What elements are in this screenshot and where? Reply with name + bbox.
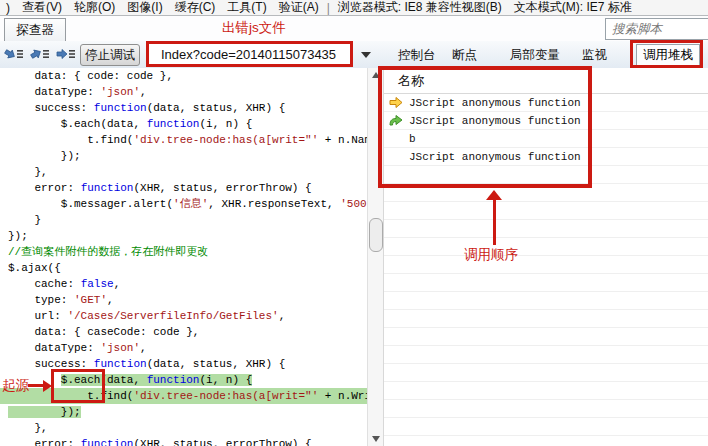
menu-item-1[interactable]: 查看(V) (16, 0, 68, 16)
code-line: type: 'GET', (0, 292, 367, 308)
yellow-arrow-icon (389, 96, 409, 109)
menu-item-2[interactable]: 轮廓(O) (68, 0, 121, 16)
call-stack-row-label: JScript anonymous function (409, 115, 581, 127)
code-line: url: '/Cases/ServerfileInfo/GetFiles', (0, 308, 367, 324)
empty-row (384, 256, 708, 274)
scroll-down-icon[interactable] (372, 436, 380, 442)
empty-row (384, 274, 708, 292)
code-line: t.find('div.tree-node:has(a[writ="' + n.… (0, 388, 367, 404)
tab-band: 探查器 (0, 16, 708, 42)
code-line: $.each(data, function(i, n) { (0, 116, 367, 132)
code-line: success: function(data, status, XHR) { (0, 100, 367, 116)
tab-1[interactable]: 断点 (452, 47, 477, 64)
code-line: }, (0, 420, 367, 436)
code-line: data: { caseCode: code }, (0, 324, 367, 340)
tab-3[interactable]: 监视 (582, 47, 607, 64)
menu-item-6[interactable]: 验证(A) (273, 0, 325, 16)
empty-row (384, 310, 708, 328)
search-script-input[interactable] (605, 18, 708, 40)
scroll-up-icon[interactable] (372, 72, 380, 78)
call-stack-panel: 名称 JScript anonymous functionJScript ano… (383, 68, 708, 446)
tab-2[interactable]: 局部变量 (510, 47, 560, 64)
script-selector-value: Index?code=20140115073435 (149, 47, 336, 62)
menu-item-0[interactable]: ) (0, 1, 16, 15)
code-line: $.messager.alert('信息', XHR.responseText,… (0, 196, 367, 212)
code-line: error: function(XHR, status, errorThrow)… (0, 436, 367, 446)
empty-row (384, 238, 708, 256)
code-line: $.each(data, function(i, n) { (0, 372, 367, 388)
tab-0[interactable]: 控制台 (398, 47, 436, 64)
code-line: } (0, 212, 367, 228)
step-over-icon[interactable] (30, 46, 50, 62)
empty-row (384, 220, 708, 238)
call-stack-row-label: b (409, 133, 416, 145)
step-into-icon[interactable] (4, 46, 24, 62)
call-stack-row[interactable]: JScript anonymous function (384, 94, 708, 112)
empty-row (384, 166, 708, 184)
empty-row (384, 418, 708, 436)
call-stack-row-label: JScript anonymous function (409, 151, 581, 163)
debugger-toolbar: 停止调试 Index?code=20140115073435 控制台断点局部变量… (0, 41, 708, 69)
green-arrow-icon (389, 114, 409, 127)
code-line: cache: false, (0, 276, 367, 292)
stop-debugging-button[interactable]: 停止调试 (80, 44, 140, 66)
code-scrollbar[interactable] (367, 68, 383, 446)
step-out-icon[interactable] (56, 46, 76, 62)
code-line: dataType: 'json', (0, 84, 367, 100)
tab-profiler[interactable]: 探查器 (4, 18, 66, 43)
scrollbar-thumb[interactable] (369, 218, 383, 252)
empty-row (384, 184, 708, 202)
call-stack-row[interactable]: JScript anonymous function (384, 112, 708, 130)
code-line: $.ajax({ (0, 260, 367, 276)
code-line: error: function(XHR, status, errorThrow)… (0, 180, 367, 196)
menu-separator: | (325, 1, 332, 15)
menu-item-3[interactable]: 图像(I) (121, 0, 168, 16)
menu-item-4[interactable]: 缓存(C) (169, 0, 222, 16)
empty-row (384, 436, 708, 446)
menu-mode-item-0[interactable]: 浏览器模式: IE8 兼容性视图(B) (332, 0, 508, 16)
call-stack-row-label: JScript anonymous function (409, 97, 581, 109)
empty-row (384, 400, 708, 418)
call-stack-row[interactable]: JScript anonymous function (384, 148, 708, 166)
call-stack-rows: JScript anonymous functionJScript anonym… (384, 94, 708, 446)
code-line: }); (0, 404, 367, 420)
menu-item-5[interactable]: 工具(T) (221, 0, 272, 16)
empty-row (384, 364, 708, 382)
menu-bar: )查看(V)轮廓(O)图像(I)缓存(C)工具(T)验证(A)|浏览器模式: I… (0, 0, 708, 16)
code-line: }, (0, 164, 367, 180)
empty-row (384, 202, 708, 220)
script-selector-dropdown[interactable]: Index?code=20140115073435 (146, 41, 353, 67)
empty-row (384, 346, 708, 364)
code-line: }); (0, 228, 367, 244)
call-stack-header: 名称 (384, 68, 708, 94)
code-line: success: function(data, status, XHR) { (0, 356, 367, 372)
empty-row (384, 292, 708, 310)
code-line: //查询案件附件的数据，存在附件即更改 (0, 244, 367, 260)
script-source-pane[interactable]: data: { code: code }, dataType: 'json', … (0, 68, 367, 446)
code-line: data: { code: code }, (0, 68, 367, 84)
empty-row (384, 328, 708, 346)
ie-developer-tools-window: )查看(V)轮廓(O)图像(I)缓存(C)工具(T)验证(A)|浏览器模式: I… (0, 0, 708, 446)
empty-row (384, 382, 708, 400)
menu-mode-item-1[interactable]: 文本模式(M): IE7 标准 (508, 0, 638, 16)
call-stack-row[interactable]: b (384, 130, 708, 148)
tab-call-stack[interactable]: 调用堆栈 (636, 44, 700, 67)
dropdown-arrow-icon[interactable] (361, 52, 371, 58)
code-line: dataType: 'json', (0, 340, 367, 356)
code-line: t.find('div.tree-node:has(a[writ="' + n.… (0, 132, 367, 148)
code-line: }); (0, 148, 367, 164)
